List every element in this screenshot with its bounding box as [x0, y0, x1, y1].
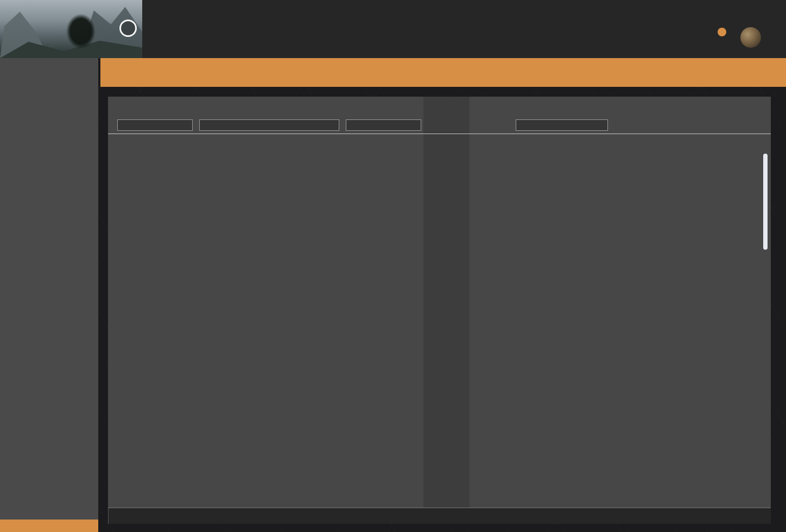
- close-button[interactable]: [766, 8, 776, 17]
- sidebar: [0, 58, 98, 532]
- group-filter[interactable]: [516, 119, 608, 131]
- minimize-button[interactable]: [723, 8, 733, 17]
- sidebar-collapse-button[interactable]: [0, 520, 98, 532]
- status-filter[interactable]: [117, 119, 193, 131]
- usage-instructions-toggle[interactable]: [108, 508, 771, 524]
- table-header: [108, 97, 771, 134]
- maximize-button[interactable]: [745, 8, 755, 17]
- vertical-scrollbar-thumb[interactable]: [763, 154, 768, 250]
- notification-badge: [718, 28, 726, 36]
- play-button[interactable]: [119, 20, 137, 37]
- group-list-icon[interactable]: [601, 108, 610, 116]
- overflow-menu-button[interactable]: [770, 31, 778, 43]
- table-settings-gear-icon[interactable]: [755, 107, 763, 116]
- notifications-button[interactable]: [709, 30, 723, 45]
- status-list-icon[interactable]: [187, 108, 195, 116]
- name-filter-input[interactable]: [199, 119, 339, 131]
- game-tile[interactable]: [0, 0, 142, 58]
- window-controls: [723, 8, 776, 17]
- flags-filter[interactable]: [346, 119, 421, 131]
- plugins-table: [108, 97, 771, 508]
- plugins-toolbar: [100, 58, 786, 87]
- user-area: [709, 27, 778, 48]
- avatar[interactable]: [740, 27, 761, 48]
- load-order-column-highlight: [423, 97, 470, 508]
- vortex-window: [0, 0, 786, 532]
- plugins-view: [98, 87, 786, 532]
